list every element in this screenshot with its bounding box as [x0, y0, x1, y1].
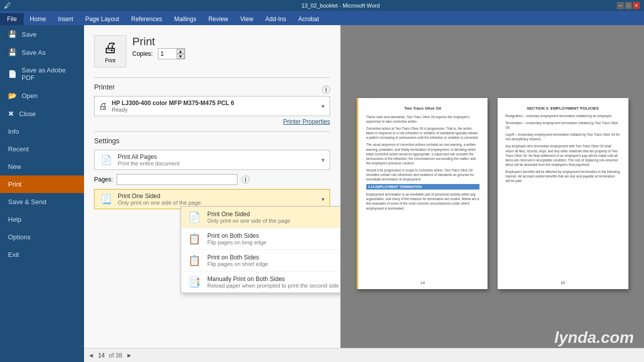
sidebar-item-save[interactable]: 💾 Save: [0, 25, 84, 43]
sidebar-item-label-save: Save: [22, 31, 37, 38]
left-page-highlight: 3.14 EMPLOYMENT TERMINATION: [366, 184, 479, 190]
print-button[interactable]: 🖨 Print: [94, 35, 126, 67]
left-page-heading: Two Tracs Olive Oil: [366, 106, 479, 111]
both-short-label: Print on Both Sides: [207, 254, 341, 261]
close-doc-icon: ✖: [8, 110, 14, 118]
minimize-button[interactable]: ─: [617, 2, 624, 9]
print-all-pages-setting[interactable]: 📄 Print All Pages Print the entire docum…: [94, 150, 330, 170]
sidebar-item-label-new: New: [8, 163, 21, 170]
document-preview: Two Tracs Olive Oil These rules and stan…: [341, 25, 644, 362]
next-page-button[interactable]: ►: [126, 352, 132, 359]
tab-references[interactable]: References: [125, 13, 168, 25]
sidebar-item-close[interactable]: ✖ Close: [0, 105, 84, 123]
right-page-para-5: Employee's benefits will be affected by …: [506, 169, 620, 183]
divider-2: [94, 131, 330, 132]
sidebar-item-info[interactable]: Info: [0, 123, 84, 140]
copies-down[interactable]: ▼: [177, 54, 185, 59]
right-page-para-2: Termination – involuntary employment ter…: [506, 121, 620, 130]
tab-insert[interactable]: Insert: [52, 13, 79, 25]
printer-select[interactable]: 🖨 HP LJ300-400 color MFP M375-M475 PCL 6…: [94, 96, 330, 116]
print-title: Print: [132, 35, 185, 48]
left-page-highlight-para: Employment termination is an inevitable …: [366, 192, 479, 210]
one-sided-label: Print One Sided: [207, 211, 341, 218]
sidebar-item-label-options: Options: [8, 233, 31, 241]
left-page-para-3: The usual sequence of corrective actions…: [366, 142, 479, 165]
dropdown-item-both-long[interactable]: 📋 Print on Both Sides Flip pages on long…: [181, 228, 341, 250]
settings-section-title: Settings: [94, 137, 330, 145]
print-button-label: Print: [105, 58, 116, 63]
bottom-nav: ◄ 14 of 38 ►: [84, 348, 644, 362]
left-page-para-1: These rules and standards, Two Tracs Oli…: [366, 115, 479, 124]
right-page-para-3: Layoff – involuntary employment terminat…: [506, 132, 620, 141]
printer-dropdown-arrow: ▼: [320, 104, 326, 109]
copies-input[interactable]: [158, 49, 177, 58]
prev-page-button[interactable]: ◄: [88, 352, 94, 359]
sidebar-item-label-close: Close: [19, 110, 36, 118]
print-all-text: Print All Pages Print the entire documen…: [114, 153, 320, 166]
maximize-button[interactable]: □: [625, 2, 632, 9]
right-page-heading: SECTION 3: EMPLOYMENT POLICIES: [506, 106, 620, 111]
duplex-icon: 📃: [99, 194, 114, 205]
right-page-number: 15: [560, 281, 565, 285]
manual-icon: 📑: [186, 276, 202, 288]
sidebar-item-save-as[interactable]: 💾 Save As: [0, 43, 84, 61]
total-pages: of 38: [109, 352, 122, 359]
print-all-sub: Print the entire document: [118, 160, 320, 166]
print-header: 🖨 Print Print Copies: ▲ ▼: [94, 35, 330, 67]
both-short-icon: 📋: [186, 254, 202, 266]
main-content: 🖨 Print Print Copies: ▲ ▼: [84, 25, 644, 362]
both-long-icon: 📋: [186, 233, 202, 245]
tab-home[interactable]: Home: [24, 13, 52, 25]
dropdown-item-one-sided[interactable]: 📄 Print One Sided Only print on one side…: [181, 207, 341, 228]
duplex-dropdown: 📄 Print One Sided Only print on one side…: [181, 206, 341, 293]
tab-page-layout[interactable]: Page Layout: [79, 13, 125, 25]
sidebar-item-print[interactable]: Print: [0, 175, 84, 193]
sidebar-item-recent[interactable]: Recent: [0, 140, 84, 158]
manual-label: Manually Print on Both Sides: [207, 276, 341, 283]
one-sided-text: Print One Sided Only print on one side o…: [207, 211, 341, 224]
one-sided-sublabel: Only print on one side of the page: [207, 218, 341, 224]
print-icon: 🖨: [103, 39, 117, 56]
sidebar-item-label-info: Info: [8, 128, 19, 135]
dropdown-item-manual[interactable]: 📑 Manually Print on Both Sides Reload pa…: [181, 272, 341, 293]
pages-input[interactable]: [117, 174, 237, 185]
printer-device-icon: 🖨: [99, 101, 108, 112]
sidebar-item-open[interactable]: 📂 Open: [0, 86, 84, 105]
tab-review[interactable]: Review: [202, 13, 234, 25]
copies-spinner[interactable]: ▲ ▼: [177, 49, 185, 59]
sidebar-item-new[interactable]: New: [0, 158, 84, 175]
left-page-para-4: Should it be progressive in scope to cor…: [366, 168, 479, 182]
both-long-sublabel: Flip pages on long edge: [207, 239, 341, 245]
tab-file[interactable]: File: [0, 13, 24, 25]
both-long-text: Print on Both Sides Flip pages on long e…: [207, 232, 341, 245]
printer-properties-link[interactable]: Printer Properties: [94, 118, 330, 125]
sidebar-item-save-send[interactable]: Save & Send: [0, 193, 84, 211]
sidebar: 💾 Save 💾 Save As 📄 Save as Adobe PDF 📂 O…: [0, 25, 84, 362]
right-page-para-4: Any employee who terminates employment w…: [506, 144, 620, 166]
printer-info-icon[interactable]: ℹ: [322, 85, 330, 94]
sidebar-item-label-save-as: Save As: [22, 49, 46, 56]
dropdown-item-both-short[interactable]: 📋 Print on Both Sides Flip pages on shor…: [181, 250, 341, 272]
tab-acrobat[interactable]: Acrobat: [292, 13, 325, 25]
sidebar-item-options[interactable]: Options: [0, 228, 84, 246]
pages-label: Pages:: [94, 176, 113, 183]
print-all-arrow: ▼: [320, 157, 326, 163]
both-long-label: Print on Both Sides: [207, 232, 341, 239]
sidebar-item-help[interactable]: Help: [0, 211, 84, 228]
close-button[interactable]: ✕: [633, 2, 640, 9]
print-all-icon: 📄: [99, 154, 114, 165]
copies-up[interactable]: ▲: [177, 49, 185, 54]
copies-label: Copies:: [132, 50, 153, 57]
tab-addins[interactable]: Add-Ins: [259, 13, 292, 25]
window-controls[interactable]: ─ □ ✕: [617, 2, 640, 9]
right-page-para-1: Resignation – voluntary employment termi…: [506, 114, 620, 118]
tab-view[interactable]: View: [234, 13, 260, 25]
title-bar: 🖊 13_02_booklet - Microsoft Word ─ □ ✕: [0, 0, 644, 11]
sidebar-item-label-help: Help: [8, 216, 22, 223]
tab-mailings[interactable]: Mailings: [168, 13, 202, 25]
left-page-number: 14: [421, 281, 425, 285]
sidebar-item-exit[interactable]: Exit: [0, 246, 84, 263]
pages-info-icon[interactable]: ℹ: [242, 175, 250, 184]
sidebar-item-label-print: Print: [8, 180, 22, 188]
sidebar-item-save-adobe[interactable]: 📄 Save as Adobe PDF: [0, 61, 84, 86]
